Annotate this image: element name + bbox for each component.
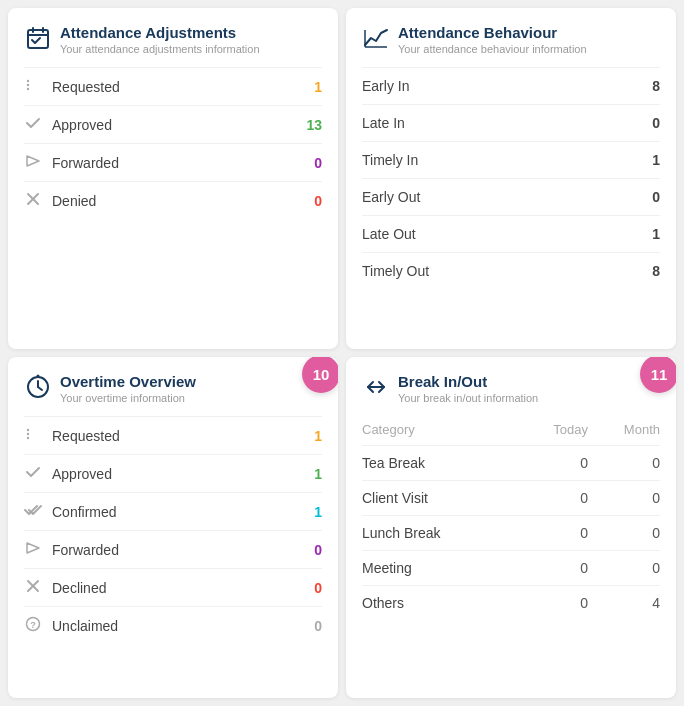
forward-icon	[24, 153, 42, 172]
behaviour-label: Early In	[362, 78, 409, 94]
card-header: Attendance Adjustments Your attendance a…	[24, 24, 322, 55]
today-cell: 0	[519, 446, 588, 481]
behaviour-value: 1	[652, 152, 660, 168]
card-title: Attendance Adjustments	[60, 24, 260, 41]
card-header: Attendance Behaviour Your attendance beh…	[362, 24, 660, 55]
behaviour-label: Timely Out	[362, 263, 429, 279]
card-subtitle: Your attendance adjustments information	[60, 43, 260, 55]
row-left: Confirmed	[24, 502, 117, 521]
row-value: 1	[314, 79, 322, 95]
month-cell: 0	[588, 516, 660, 551]
category-cell: Client Visit	[362, 481, 519, 516]
card-title: Overtime Overview	[60, 373, 196, 390]
row-value: 13	[306, 117, 322, 133]
month-cell: 0	[588, 481, 660, 516]
svg-point-16	[27, 429, 29, 431]
overtime-row: Confirmed 1	[24, 492, 322, 530]
overtime-rows: Requested 1 Approved 1 Confirmed 1 Forwa…	[24, 416, 322, 644]
column-header: Today	[519, 416, 588, 446]
row-label: Unclaimed	[52, 618, 118, 634]
card-subtitle: Your overtime information	[60, 392, 196, 404]
row-left: Approved	[24, 464, 112, 483]
behaviour-rows: Early In 8 Late In 0 Timely In 1 Early O…	[362, 67, 660, 289]
row-value: 1	[314, 428, 322, 444]
behaviour-row: Timely In 1	[362, 141, 660, 178]
card-title: Break In/Out	[398, 373, 538, 390]
svg-line-14	[38, 387, 42, 390]
row-value: 1	[314, 504, 322, 520]
column-header: Month	[588, 416, 660, 446]
break-inout-card: 11 Break In/Out Your break in/out inform…	[346, 357, 676, 698]
month-cell: 0	[588, 551, 660, 586]
card-title-group: Attendance Behaviour Your attendance beh…	[398, 24, 587, 55]
row-label: Forwarded	[52, 542, 119, 558]
break-row: Client Visit00	[362, 481, 660, 516]
behaviour-value: 0	[652, 115, 660, 131]
behaviour-value: 8	[652, 78, 660, 94]
today-cell: 0	[519, 551, 588, 586]
row-label: Denied	[52, 193, 96, 209]
overtime-row: Declined 0	[24, 568, 322, 606]
card-title-group: Attendance Adjustments Your attendance a…	[60, 24, 260, 55]
svg-marker-7	[27, 156, 39, 166]
check-icon	[24, 115, 42, 134]
card-subtitle: Your break in/out information	[398, 392, 538, 404]
svg-text:?: ?	[30, 620, 36, 630]
close-icon	[24, 578, 42, 597]
break-table-container: CategoryTodayMonthTea Break00Client Visi…	[362, 416, 660, 620]
month-cell: 4	[588, 586, 660, 621]
svg-point-18	[27, 437, 29, 439]
today-cell: 0	[519, 516, 588, 551]
adjustment-row: Requested 1	[24, 67, 322, 105]
double-check-icon	[24, 502, 42, 521]
overtime-row: ? Unclaimed 0	[24, 606, 322, 644]
adjustment-rows: Requested 1 Approved 13 Forwarded 0 Deni…	[24, 67, 322, 219]
category-cell: Others	[362, 586, 519, 621]
svg-marker-19	[27, 543, 39, 553]
row-left: Requested	[24, 77, 120, 96]
overtime-row: Requested 1	[24, 416, 322, 454]
row-value: 0	[314, 542, 322, 558]
behaviour-label: Timely In	[362, 152, 418, 168]
check-icon	[24, 464, 42, 483]
overtime-overview-card: 10 Overtime Overview Your overtime infor…	[8, 357, 338, 698]
row-label: Declined	[52, 580, 106, 596]
break-row: Lunch Break00	[362, 516, 660, 551]
svg-point-15	[37, 375, 40, 378]
svg-point-5	[27, 84, 29, 86]
row-value: 1	[314, 466, 322, 482]
category-cell: Tea Break	[362, 446, 519, 481]
row-left: Denied	[24, 191, 96, 210]
card-title-group: Break In/Out Your break in/out informati…	[398, 373, 538, 404]
adjustment-row: Forwarded 0	[24, 143, 322, 181]
behaviour-value: 8	[652, 263, 660, 279]
row-left: Approved	[24, 115, 112, 134]
row-label: Requested	[52, 79, 120, 95]
row-label: Approved	[52, 466, 112, 482]
behaviour-label: Late Out	[362, 226, 416, 242]
card-header: Break In/Out Your break in/out informati…	[362, 373, 660, 404]
row-label: Forwarded	[52, 155, 119, 171]
svg-point-17	[27, 433, 29, 435]
overtime-row: Forwarded 0	[24, 530, 322, 568]
attendance-behaviour-card: Attendance Behaviour Your attendance beh…	[346, 8, 676, 349]
behaviour-row: Late In 0	[362, 104, 660, 141]
adjustment-row: Denied 0	[24, 181, 322, 219]
row-label: Confirmed	[52, 504, 117, 520]
attendance-behaviour-icon	[362, 24, 390, 52]
svg-point-6	[27, 88, 29, 90]
row-left: Requested	[24, 426, 120, 445]
overtime-row: Approved 1	[24, 454, 322, 492]
menu-icon	[24, 77, 42, 96]
break-row: Tea Break00	[362, 446, 660, 481]
row-value: 0	[314, 580, 322, 596]
behaviour-row: Late Out 1	[362, 215, 660, 252]
forward-icon	[24, 540, 42, 559]
behaviour-value: 1	[652, 226, 660, 242]
today-cell: 0	[519, 481, 588, 516]
column-header: Category	[362, 416, 519, 446]
behaviour-row: Early In 8	[362, 67, 660, 104]
card-title-group: Overtime Overview Your overtime informat…	[60, 373, 196, 404]
category-cell: Meeting	[362, 551, 519, 586]
row-value: 0	[314, 618, 322, 634]
